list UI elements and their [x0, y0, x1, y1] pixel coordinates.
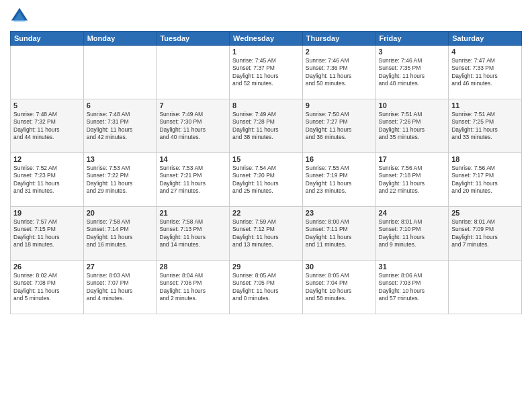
day-info: Sunrise: 7:49 AM Sunset: 7:28 PM Dayligh… [232, 111, 300, 142]
day-info: Sunrise: 8:03 AM Sunset: 7:07 PM Dayligh… [87, 272, 154, 303]
day-info: Sunrise: 8:02 AM Sunset: 7:08 PM Dayligh… [13, 272, 81, 303]
day-number: 19 [13, 209, 81, 217]
calendar-cell: 22Sunrise: 7:59 AM Sunset: 7:12 PM Dayli… [230, 207, 303, 261]
calendar-cell: 21Sunrise: 7:58 AM Sunset: 7:13 PM Dayli… [157, 207, 230, 261]
day-info: Sunrise: 7:48 AM Sunset: 7:31 PM Dayligh… [87, 111, 154, 142]
day-number: 7 [159, 101, 226, 109]
calendar-cell [83, 46, 157, 99]
calendar-cell: 15Sunrise: 7:54 AM Sunset: 7:20 PM Dayli… [230, 153, 303, 207]
calendar-cell: 17Sunrise: 7:56 AM Sunset: 7:18 PM Dayli… [375, 153, 449, 207]
day-info: Sunrise: 8:01 AM Sunset: 7:10 PM Dayligh… [379, 218, 446, 249]
calendar-cell: 6Sunrise: 7:48 AM Sunset: 7:31 PM Daylig… [83, 99, 157, 153]
day-number: 24 [379, 209, 446, 217]
calendar-week-row: 12Sunrise: 7:52 AM Sunset: 7:23 PM Dayli… [11, 153, 522, 207]
calendar-cell: 10Sunrise: 7:51 AM Sunset: 7:26 PM Dayli… [375, 99, 449, 153]
calendar-week-row: 1Sunrise: 7:45 AM Sunset: 7:37 PM Daylig… [11, 46, 522, 99]
calendar-cell: 4Sunrise: 7:47 AM Sunset: 7:33 PM Daylig… [449, 46, 522, 99]
day-number: 9 [306, 101, 373, 109]
calendar-cell: 25Sunrise: 8:01 AM Sunset: 7:09 PM Dayli… [449, 207, 522, 261]
weekday-header: Saturday [449, 32, 522, 46]
day-info: Sunrise: 7:58 AM Sunset: 7:14 PM Dayligh… [87, 218, 154, 249]
calendar-cell: 24Sunrise: 8:01 AM Sunset: 7:10 PM Dayli… [375, 207, 449, 261]
day-info: Sunrise: 8:05 AM Sunset: 7:04 PM Dayligh… [306, 272, 373, 303]
calendar-cell: 14Sunrise: 7:53 AM Sunset: 7:21 PM Dayli… [157, 153, 230, 207]
calendar-cell: 5Sunrise: 7:48 AM Sunset: 7:32 PM Daylig… [11, 99, 84, 153]
calendar-cell: 12Sunrise: 7:52 AM Sunset: 7:23 PM Dayli… [11, 153, 84, 207]
day-number: 28 [159, 263, 226, 271]
day-number: 2 [306, 48, 373, 56]
header [10, 7, 522, 26]
calendar-cell [11, 46, 84, 99]
day-info: Sunrise: 7:52 AM Sunset: 7:23 PM Dayligh… [13, 165, 81, 195]
day-info: Sunrise: 7:55 AM Sunset: 7:19 PM Dayligh… [306, 165, 373, 195]
calendar-week-row: 5Sunrise: 7:48 AM Sunset: 7:32 PM Daylig… [11, 99, 522, 153]
calendar-cell: 20Sunrise: 7:58 AM Sunset: 7:14 PM Dayli… [83, 207, 157, 261]
day-number: 31 [379, 263, 446, 271]
calendar-cell: 8Sunrise: 7:49 AM Sunset: 7:28 PM Daylig… [230, 99, 303, 153]
day-info: Sunrise: 8:00 AM Sunset: 7:11 PM Dayligh… [306, 218, 373, 249]
day-info: Sunrise: 7:53 AM Sunset: 7:21 PM Dayligh… [159, 165, 226, 195]
day-info: Sunrise: 7:45 AM Sunset: 7:37 PM Dayligh… [232, 57, 300, 88]
calendar-cell: 18Sunrise: 7:56 AM Sunset: 7:17 PM Dayli… [449, 153, 522, 207]
day-info: Sunrise: 7:46 AM Sunset: 7:36 PM Dayligh… [306, 57, 373, 88]
calendar-cell: 27Sunrise: 8:03 AM Sunset: 7:07 PM Dayli… [83, 261, 157, 314]
day-number: 30 [306, 263, 373, 271]
day-info: Sunrise: 7:58 AM Sunset: 7:13 PM Dayligh… [159, 218, 226, 249]
day-info: Sunrise: 7:47 AM Sunset: 7:33 PM Dayligh… [451, 57, 519, 88]
day-info: Sunrise: 7:51 AM Sunset: 7:26 PM Dayligh… [379, 111, 446, 142]
calendar-cell: 29Sunrise: 8:05 AM Sunset: 7:05 PM Dayli… [230, 261, 303, 314]
calendar-table: SundayMondayTuesdayWednesdayThursdayFrid… [10, 31, 522, 314]
day-number: 25 [451, 209, 519, 217]
day-number: 4 [451, 48, 519, 56]
calendar-cell [157, 46, 230, 99]
day-info: Sunrise: 8:05 AM Sunset: 7:05 PM Dayligh… [232, 272, 300, 303]
day-number: 5 [13, 101, 81, 109]
day-info: Sunrise: 7:56 AM Sunset: 7:17 PM Dayligh… [451, 165, 519, 195]
weekday-header: Wednesday [230, 32, 303, 46]
calendar-cell: 28Sunrise: 8:04 AM Sunset: 7:06 PM Dayli… [157, 261, 230, 314]
day-number: 18 [451, 155, 519, 163]
day-number: 26 [13, 263, 81, 271]
day-number: 12 [13, 155, 81, 163]
weekday-header: Friday [375, 32, 449, 46]
day-info: Sunrise: 7:56 AM Sunset: 7:18 PM Dayligh… [379, 165, 446, 195]
day-info: Sunrise: 7:53 AM Sunset: 7:22 PM Dayligh… [87, 165, 154, 195]
day-number: 17 [379, 155, 446, 163]
day-number: 10 [379, 101, 446, 109]
day-number: 3 [379, 48, 446, 56]
logo-icon [10, 7, 29, 26]
calendar-cell: 16Sunrise: 7:55 AM Sunset: 7:19 PM Dayli… [302, 153, 375, 207]
day-number: 16 [306, 155, 373, 163]
day-info: Sunrise: 7:46 AM Sunset: 7:35 PM Dayligh… [379, 57, 446, 88]
calendar-cell: 19Sunrise: 7:57 AM Sunset: 7:15 PM Dayli… [11, 207, 84, 261]
calendar-cell: 26Sunrise: 8:02 AM Sunset: 7:08 PM Dayli… [11, 261, 84, 314]
calendar-cell: 7Sunrise: 7:49 AM Sunset: 7:30 PM Daylig… [157, 99, 230, 153]
weekday-header: Thursday [302, 32, 375, 46]
calendar-cell: 2Sunrise: 7:46 AM Sunset: 7:36 PM Daylig… [302, 46, 375, 99]
day-number: 13 [87, 155, 154, 163]
weekday-header: Sunday [11, 32, 84, 46]
calendar-cell: 1Sunrise: 7:45 AM Sunset: 7:37 PM Daylig… [230, 46, 303, 99]
day-info: Sunrise: 7:50 AM Sunset: 7:27 PM Dayligh… [306, 111, 373, 142]
calendar-cell: 13Sunrise: 7:53 AM Sunset: 7:22 PM Dayli… [83, 153, 157, 207]
day-number: 23 [306, 209, 373, 217]
weekday-header: Monday [83, 32, 157, 46]
calendar-cell: 11Sunrise: 7:51 AM Sunset: 7:25 PM Dayli… [449, 99, 522, 153]
calendar-cell: 9Sunrise: 7:50 AM Sunset: 7:27 PM Daylig… [302, 99, 375, 153]
calendar-week-row: 26Sunrise: 8:02 AM Sunset: 7:08 PM Dayli… [11, 261, 522, 314]
day-info: Sunrise: 8:01 AM Sunset: 7:09 PM Dayligh… [451, 218, 519, 249]
day-info: Sunrise: 7:54 AM Sunset: 7:20 PM Dayligh… [232, 165, 300, 195]
day-number: 1 [232, 48, 300, 56]
day-number: 20 [87, 209, 154, 217]
day-info: Sunrise: 7:48 AM Sunset: 7:32 PM Dayligh… [13, 111, 81, 142]
calendar-cell: 31Sunrise: 8:06 AM Sunset: 7:03 PM Dayli… [375, 261, 449, 314]
day-number: 11 [451, 101, 519, 109]
day-info: Sunrise: 7:57 AM Sunset: 7:15 PM Dayligh… [13, 218, 81, 249]
day-info: Sunrise: 8:04 AM Sunset: 7:06 PM Dayligh… [159, 272, 226, 303]
logo [10, 7, 32, 26]
day-info: Sunrise: 7:49 AM Sunset: 7:30 PM Dayligh… [159, 111, 226, 142]
calendar-container: SundayMondayTuesdayWednesdayThursdayFrid… [0, 0, 532, 411]
day-number: 22 [232, 209, 300, 217]
day-number: 8 [232, 101, 300, 109]
day-info: Sunrise: 7:51 AM Sunset: 7:25 PM Dayligh… [451, 111, 519, 142]
